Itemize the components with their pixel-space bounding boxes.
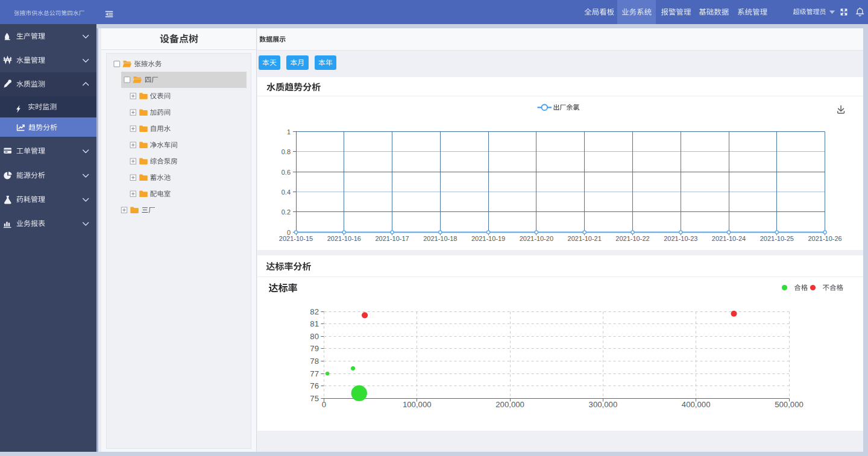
svg-text:2021-10-23: 2021-10-23 bbox=[664, 235, 697, 242]
svg-text:82: 82 bbox=[310, 307, 319, 316]
svg-text:80: 80 bbox=[310, 332, 319, 341]
svg-text:2021-10-15: 2021-10-15 bbox=[279, 235, 313, 242]
svg-text:500,000: 500,000 bbox=[775, 400, 804, 409]
svg-text:400,000: 400,000 bbox=[682, 400, 711, 409]
svg-text:0: 0 bbox=[322, 400, 326, 409]
svg-text:2021-10-17: 2021-10-17 bbox=[375, 235, 409, 242]
svg-text:78: 78 bbox=[310, 357, 319, 366]
svg-text:76: 76 bbox=[310, 381, 319, 390]
svg-text:2021-10-22: 2021-10-22 bbox=[615, 235, 649, 242]
svg-text:100,000: 100,000 bbox=[403, 400, 432, 409]
svg-text:79: 79 bbox=[310, 344, 319, 353]
svg-text:2021-10-18: 2021-10-18 bbox=[423, 235, 457, 242]
svg-text:2021-10-21: 2021-10-21 bbox=[568, 235, 602, 242]
svg-text:2021-10-26: 2021-10-26 bbox=[808, 235, 841, 242]
svg-text:0.6: 0.6 bbox=[281, 169, 291, 176]
svg-text:2021-10-20: 2021-10-20 bbox=[520, 235, 553, 242]
svg-text:77: 77 bbox=[310, 369, 319, 378]
svg-text:2021-10-25: 2021-10-25 bbox=[760, 235, 794, 242]
svg-text:2021-10-16: 2021-10-16 bbox=[327, 235, 361, 242]
svg-text:0.8: 0.8 bbox=[281, 148, 291, 155]
svg-text:300,000: 300,000 bbox=[589, 400, 618, 409]
svg-text:0.2: 0.2 bbox=[281, 208, 291, 216]
svg-text:2021-10-24: 2021-10-24 bbox=[712, 235, 746, 242]
svg-text:81: 81 bbox=[310, 319, 319, 328]
svg-text:0.4: 0.4 bbox=[281, 189, 291, 196]
svg-text:75: 75 bbox=[310, 394, 319, 403]
svg-text:1: 1 bbox=[287, 128, 291, 136]
svg-text:2021-10-19: 2021-10-19 bbox=[471, 235, 505, 242]
svg-text:200,000: 200,000 bbox=[495, 400, 524, 409]
